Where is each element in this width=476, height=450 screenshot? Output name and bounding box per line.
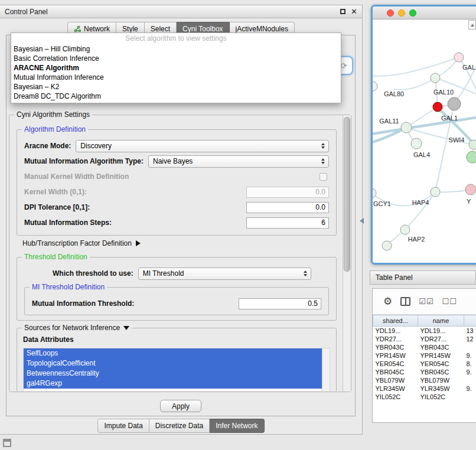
network-node[interactable]: [400, 225, 410, 234]
cyni-mode-tab-bar: Impute Data Discretize Data Infer Networ…: [0, 419, 362, 433]
select-all-icon[interactable]: ☑☑: [419, 298, 433, 305]
node-table: shared... name YDL19... YDL19... 13 YDR2…: [373, 315, 476, 401]
node-label: GAL10: [433, 89, 454, 96]
algorithm-option[interactable]: Dream8 DC_TDC Algorithm: [11, 92, 341, 101]
close-icon[interactable]: ✕: [351, 8, 357, 15]
dock-panel-icon[interactable]: [3, 439, 11, 447]
minimize-traffic-light[interactable]: [398, 9, 405, 17]
field-value: 0.0: [315, 203, 325, 211]
network-canvas[interactable]: GAL80 GAL10 GAL11 GAL1 SWI4 GAL4 GCY1 HA…: [373, 19, 476, 263]
threshold-definition-group: Threshold Definition Which threshold to …: [17, 257, 337, 321]
which-threshold-combobox[interactable]: MI Threshold: [138, 268, 311, 280]
mi-threshold-field[interactable]: 0.5: [239, 298, 321, 309]
splitter-collapse-arrow[interactable]: [360, 218, 364, 224]
cell: YLR345W: [373, 384, 418, 393]
mi-threshold-definition-group: MI Threshold Definition Mutual Informati…: [24, 287, 329, 315]
node-label: GAL1: [441, 115, 458, 122]
node-label: Y: [467, 198, 471, 205]
list-item[interactable]: gal4RGexp: [24, 379, 322, 389]
algorithm-option[interactable]: Bayesian – Hill Climbing: [11, 44, 341, 54]
network-icon: [74, 25, 81, 32]
column-header[interactable]: name: [418, 315, 464, 327]
column-header[interactable]: shared...: [373, 315, 418, 327]
table-row[interactable]: YER054C YER054C 8.: [373, 360, 476, 368]
table-row[interactable]: YDL19... YDL19... 13: [373, 327, 476, 335]
settings-scrollbar[interactable]: [343, 115, 351, 392]
combobox-value: Naive Bayes: [153, 157, 193, 165]
kernel-width-field[interactable]: 0.0: [246, 187, 329, 198]
settings-gear-icon[interactable]: ⚙: [383, 296, 392, 306]
network-node[interactable]: [431, 73, 440, 83]
tab-label: Impute Data: [104, 422, 142, 430]
network-node[interactable]: [467, 151, 476, 163]
cell: YDL19...: [418, 327, 464, 335]
float-window-icon[interactable]: [340, 9, 345, 14]
table-row[interactable]: YBR043C YBR043C: [373, 343, 476, 351]
table-panel-titlebar[interactable]: Table Panel: [370, 270, 476, 285]
close-traffic-light[interactable]: [387, 9, 394, 17]
zoom-traffic-light[interactable]: [409, 9, 416, 17]
network-node[interactable]: [411, 138, 422, 149]
expand-right-icon: [136, 240, 141, 246]
network-node[interactable]: [465, 184, 476, 195]
cell: YBL079W: [418, 376, 464, 384]
hub-definition-label: Hub/Transcription Factor Definition: [22, 239, 132, 247]
cell: YBR043C: [418, 343, 464, 351]
column-header[interactable]: [464, 315, 476, 327]
network-node[interactable]: [382, 241, 392, 250]
algorithm-option[interactable]: Mutual Information Inference: [11, 73, 341, 82]
table-row[interactable]: YDR27... YDR27... 12: [373, 335, 476, 343]
dpi-tolerance-label: DPI Tolerance [0,1]:: [24, 203, 90, 211]
cell: YDR27...: [418, 335, 464, 343]
sources-group-title[interactable]: Sources for Network Inference: [22, 324, 132, 332]
tab-infer-network[interactable]: Infer Network: [210, 419, 264, 433]
hub-definition-toggle[interactable]: Hub/Transcription Factor Definition: [17, 236, 337, 251]
network-node[interactable]: [431, 187, 440, 197]
network-node-selected[interactable]: [433, 102, 442, 112]
algorithm-dropdown-popup: Select algorithm to view settings Bayesi…: [11, 32, 341, 103]
list-item[interactable]: BetweennessCentrality: [24, 369, 322, 379]
chevron-updown-icon: [319, 143, 328, 149]
network-node[interactable]: [454, 53, 464, 62]
manual-kernel-width-checkbox[interactable]: [319, 173, 327, 181]
table-row[interactable]: YPR145W YPR145W 9.: [373, 351, 476, 360]
list-item[interactable]: SelfLoops: [24, 348, 322, 358]
table-row[interactable]: YBR045C YBR045C 9.: [373, 368, 476, 376]
column-selector-icon[interactable]: [400, 297, 410, 306]
tab-discretize-data[interactable]: Discretize Data: [149, 419, 210, 433]
cell: YIL052C: [418, 393, 464, 401]
dpi-tolerance-field[interactable]: 0.0: [246, 202, 329, 213]
aracne-mode-combobox[interactable]: Discovery: [76, 140, 329, 152]
cell: YDL19...: [373, 327, 418, 335]
combobox-value: MI Threshold: [143, 269, 184, 278]
network-window-titlebar[interactable]: [373, 6, 476, 19]
field-value: 6: [321, 219, 325, 227]
list-scrollbar[interactable]: [322, 348, 330, 391]
scrollbar-up-arrow[interactable]: [468, 20, 476, 30]
network-node[interactable]: [469, 140, 476, 149]
table-row[interactable]: YBL079W YBL079W: [373, 376, 476, 384]
network-node[interactable]: [373, 81, 377, 91]
network-node-hub[interactable]: [448, 97, 461, 110]
algorithm-option[interactable]: Basic Correlation Inference: [11, 54, 341, 63]
table-row[interactable]: YIL052C YIL052C: [373, 393, 476, 401]
network-node[interactable]: [401, 122, 412, 133]
table-row[interactable]: YLR345W YLR345W 9.: [373, 384, 476, 393]
list-item[interactable]: TopologicalCoefficient: [24, 358, 322, 369]
mi-algorithm-type-combobox[interactable]: Naive Bayes: [148, 155, 329, 168]
mi-steps-field[interactable]: 6: [246, 217, 329, 229]
algorithm-option[interactable]: ARACNE Algorithm: [11, 63, 341, 73]
tab-label: Infer Network: [216, 422, 257, 430]
control-panel-titlebar[interactable]: Control Panel ✕: [0, 5, 362, 18]
cell: YER054C: [418, 360, 464, 368]
node-label: GAL4: [413, 151, 430, 158]
data-attributes-list[interactable]: SelfLoops TopologicalCoefficient Between…: [23, 348, 330, 391]
cell: YBR043C: [373, 343, 418, 351]
tab-impute-data[interactable]: Impute Data: [97, 419, 149, 433]
settings-scroll-viewport: Algorithm Definition Aracne Mode: Discov…: [9, 115, 343, 391]
scrollbar-thumb[interactable]: [344, 117, 350, 272]
deselect-all-icon[interactable]: ☐☐: [442, 298, 457, 305]
apply-button[interactable]: Apply: [160, 400, 201, 412]
algorithm-option[interactable]: Bayesian – K2: [11, 82, 341, 92]
cell: [464, 376, 476, 384]
